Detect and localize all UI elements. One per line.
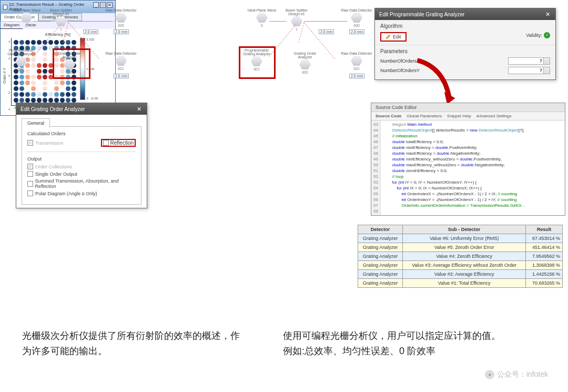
editor-tabs: Source CodeGlobal ParametersSnippet Help… [371, 112, 565, 120]
watermark: ✦ 公众号：infotek [485, 370, 548, 379]
label-parameters: Parameters [380, 48, 550, 54]
heatmap-cell [25, 92, 30, 97]
heatmap-cell [72, 81, 76, 85]
table-row[interactable]: Grating AnalyzerValue #5: Zeroth Order E… [358, 243, 563, 252]
highlight-box-grating-order [53, 48, 90, 79]
highlight-reflection: Reflection [101, 139, 136, 147]
editor-title: Source Code Editor [371, 103, 565, 112]
checkbox-order-collections [27, 164, 33, 169]
heatmap-cell [54, 92, 59, 97]
heatmap-cell [37, 86, 42, 91]
hex-icon [115, 13, 127, 23]
editor-tab[interactable]: Global Parameters [407, 114, 442, 118]
table-header: Detector [358, 225, 403, 234]
heatmap-cell [48, 86, 53, 91]
heatmap-cell [60, 86, 65, 91]
label-calculated-orders: Calculated Orders [27, 131, 136, 136]
heatmap-cell [60, 92, 65, 97]
heatmap-cell [48, 92, 53, 97]
heatmap-cell [54, 86, 59, 91]
heatmap-cell [25, 86, 30, 91]
heatmap-cell [19, 86, 24, 91]
editor-tab[interactable]: Source Code [376, 114, 401, 118]
dialog-edit-programmable-grating-analyzer: Edit Programmable Grating Analyzer ✕ Alg… [374, 8, 556, 80]
validity-indicator: Validity: ✓ [526, 32, 550, 38]
editor-tab[interactable]: Snippet Help [447, 114, 471, 118]
table-row[interactable]: Grating AnalyzerValue #4: Zeroth Efficie… [358, 252, 563, 261]
heatmap-cell [25, 81, 30, 85]
hex-icon [55, 16, 67, 26]
checkbox-summed[interactable] [27, 181, 33, 187]
checkbox-single-order[interactable] [27, 171, 33, 177]
heatmap-cell [72, 98, 76, 103]
table-row[interactable]: Grating AnalyzerValue #2: Average Effici… [358, 270, 563, 279]
heatmap-cell [37, 92, 42, 97]
table-row[interactable]: Grating AnalyzerValue #3: Average Effici… [358, 261, 563, 270]
hex-icon [21, 13, 32, 23]
heatmap-cell [54, 81, 59, 85]
hex-icon [351, 56, 362, 66]
node-ideal-plane-wave[interactable]: Ideal Plane Wave 0 [11, 8, 42, 27]
line-gutter: 43444546474849505152535455565758 [371, 120, 381, 215]
heatmap-cell [14, 98, 18, 103]
caption-left: 光栅级次分析仪提供了所有衍射阶的效率的概述，作为许多可能的输出。 [22, 328, 243, 359]
hex-icon [256, 13, 268, 23]
heatmap-cell [43, 92, 47, 97]
editor-tab[interactable]: Advanced Settings [476, 114, 512, 118]
heatmap-cell [66, 92, 70, 97]
code-area[interactable]: #region Main method DetectorResultObject… [381, 120, 528, 215]
heatmap-cell [31, 81, 36, 85]
highlight-box-prog-grating [239, 46, 276, 79]
node-raw-601[interactable]: Raw Data Detector 601 [341, 52, 372, 71]
heatmap-cell [19, 81, 24, 85]
heatmap-cell [72, 86, 76, 91]
dialog-titlebar[interactable]: Edit Grating Order Analyzer ✕ [16, 103, 147, 115]
node-prog-801[interactable]: Programmable Grating Analyzer 801 [5, 48, 37, 71]
node-grating-800[interactable]: Grating Order Analyzer 800 [289, 52, 321, 74]
check-icon: ✓ [544, 32, 550, 38]
node-raw-601[interactable]: Raw Data Detector 601 [105, 52, 137, 71]
heatmap-cell [31, 86, 36, 91]
table-header: Result [526, 225, 563, 234]
checkbox-polar[interactable] [27, 190, 33, 196]
heatmap-cell [72, 92, 76, 97]
edit-button[interactable]: Edit [380, 32, 407, 42]
heatmap-cell [43, 81, 47, 85]
close-icon[interactable]: ✕ [544, 11, 551, 18]
close-icon[interactable]: ✕ [135, 105, 143, 113]
hex-icon [15, 56, 27, 66]
table-row[interactable]: Grating AnalyzerValue #1: Total Efficien… [358, 279, 563, 288]
heatmap-cell [60, 98, 65, 103]
distance-tag: 2.0 mm [349, 29, 364, 34]
heatmap-cell [19, 92, 24, 97]
chart-ylabel: Order # Y [3, 38, 6, 113]
dialog-titlebar[interactable]: Edit Programmable Grating Analyzer ✕ [375, 8, 555, 20]
distance-tag: 2.0 mm [83, 29, 98, 34]
heatmap-cell [43, 86, 47, 91]
tab-general[interactable]: General [22, 118, 50, 127]
heatmap-cell [19, 98, 24, 103]
distance-tag: 2.0 mm [114, 74, 129, 78]
label-output: Output [27, 156, 136, 162]
input-number-of-orders-x[interactable] [508, 57, 550, 65]
caption-right: 使用可编程光栅分析仪，用户可以指定应计算的值。 例如:总效率、均匀性误差、0 阶… [283, 328, 546, 359]
table-row[interactable]: Grating AnalyzerValue #6: Uniformity Err… [358, 234, 563, 243]
heatmap-cell [37, 98, 42, 103]
results-table: DetectorSub - DetectorResult Grating Ana… [358, 225, 563, 288]
arrow-icon [410, 58, 458, 105]
dialog-title-text: Edit Programmable Grating Analyzer [379, 12, 464, 17]
label-algorithm: Algorithm [380, 23, 550, 29]
heatmap-cell [66, 81, 70, 85]
heatmap-cell [14, 92, 18, 97]
heatmap-cell [54, 98, 59, 103]
heatmap-cell [66, 86, 70, 91]
node-ideal-plane-wave[interactable]: Ideal Plane Wave 0 [246, 8, 278, 27]
node-raw-600[interactable]: Raw Data Detector 600 [341, 8, 372, 27]
checkbox-reflection[interactable] [103, 140, 109, 146]
node-raw-600[interactable]: Raw Data Detector 600 [105, 8, 137, 27]
hex-icon [115, 56, 127, 66]
distance-tag: 2.0 mm [319, 29, 334, 34]
hex-icon [299, 59, 311, 69]
input-number-of-orders-y[interactable] [508, 67, 550, 74]
wechat-icon: ✦ [485, 370, 494, 379]
